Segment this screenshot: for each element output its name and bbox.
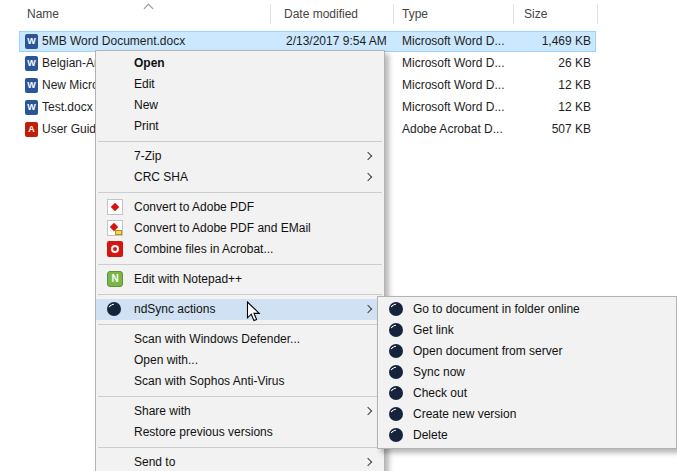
submenu-arrow-icon <box>364 407 372 415</box>
menu-item-label: Convert to Adobe PDF and EMail <box>134 221 311 235</box>
menu-item-label: Edit with Notepad++ <box>134 272 242 286</box>
menu-item-label: Combine files in Acrobat... <box>134 242 273 256</box>
menu-item-label: New <box>134 98 158 112</box>
word-document-icon <box>25 34 38 49</box>
column-divider[interactable] <box>270 4 271 24</box>
menu-item-label: Send to <box>134 455 175 469</box>
menu-item-label: Edit <box>134 77 155 91</box>
column-header-size[interactable]: Size <box>524 7 547 21</box>
menu-separator <box>96 290 384 299</box>
menu-item-send-to[interactable]: Send to <box>96 452 384 471</box>
submenu-item-sync-now[interactable]: Sync now <box>378 362 676 383</box>
file-size: 26 KB <box>520 53 591 74</box>
submenu-item-go-to-document-in-folder-online[interactable]: Go to document in folder online <box>378 299 676 320</box>
column-header-date-modified[interactable]: Date modified <box>284 7 358 21</box>
file-name: Test.docx <box>42 97 93 118</box>
submenu-item-delete[interactable]: Delete <box>378 425 676 446</box>
ndsync-icon <box>389 428 403 442</box>
column-header-type[interactable]: Type <box>402 7 428 21</box>
menu-item-label: Print <box>134 119 159 133</box>
submenu-item-check-out[interactable]: Check out <box>378 383 676 404</box>
submenu-item-label: Open document from server <box>413 344 562 358</box>
file-name: 5MB Word Document.docx <box>42 31 185 52</box>
column-divider[interactable] <box>597 4 598 24</box>
menu-item-label: CRC SHA <box>134 170 188 184</box>
file-row-5mb-word-document[interactable]: 5MB Word Document.docx 2/13/2017 9:54 AM… <box>0 31 677 52</box>
file-name: User Guide <box>42 119 103 140</box>
menu-item-convert-to-adobe-pdf-and-email[interactable]: Convert to Adobe PDF and EMail <box>96 218 384 239</box>
menu-item-open-with[interactable]: Open with... <box>96 350 384 371</box>
menu-separator <box>96 392 384 401</box>
menu-item-new[interactable]: New <box>96 95 384 116</box>
submenu-item-label: Delete <box>413 428 448 442</box>
menu-separator <box>96 443 384 452</box>
submenu-item-label: Create new version <box>413 407 516 421</box>
file-type: Microsoft Word D... <box>402 53 504 74</box>
file-type: Microsoft Word D... <box>402 31 504 52</box>
ndsync-icon <box>389 344 403 358</box>
menu-item-restore-previous-versions[interactable]: Restore previous versions <box>96 422 384 443</box>
file-type: Microsoft Word D... <box>402 75 504 96</box>
context-menu: Open Edit New Print 7-Zip CRC SHA Conver… <box>95 50 385 471</box>
file-type: Microsoft Word D... <box>402 97 504 118</box>
mouse-cursor <box>246 301 261 323</box>
menu-item-label: Open with... <box>134 353 198 367</box>
submenu-arrow-icon <box>364 305 372 313</box>
file-size: 1,469 KB <box>520 31 591 52</box>
ndsync-icon <box>389 386 403 400</box>
menu-item-combine-files-in-acrobat[interactable]: Combine files in Acrobat... <box>96 239 384 260</box>
menu-item-convert-to-adobe-pdf[interactable]: Convert to Adobe PDF <box>96 197 384 218</box>
word-document-icon <box>25 78 38 93</box>
menu-item-edit-with-notepad-plus-plus[interactable]: Edit with Notepad++ <box>96 269 384 290</box>
menu-item-label: Scan with Windows Defender... <box>134 332 300 346</box>
file-size: 12 KB <box>520 75 591 96</box>
column-divider[interactable] <box>513 4 514 24</box>
menu-item-label: Scan with Sophos Anti-Virus <box>134 374 285 388</box>
menu-separator <box>96 188 384 197</box>
menu-item-scan-with-sophos-anti-virus[interactable]: Scan with Sophos Anti-Virus <box>96 371 384 392</box>
submenu-item-label: Get link <box>413 323 454 337</box>
submenu-arrow-icon <box>364 173 372 181</box>
menu-item-label: Restore previous versions <box>134 425 273 439</box>
menu-item-share-with[interactable]: Share with <box>96 401 384 422</box>
submenu-item-get-link[interactable]: Get link <box>378 320 676 341</box>
menu-separator <box>96 260 384 269</box>
submenu-item-open-document-from-server[interactable]: Open document from server <box>378 341 676 362</box>
file-type: Adobe Acrobat D... <box>402 119 503 140</box>
menu-item-open[interactable]: Open <box>96 53 384 74</box>
menu-item-print[interactable]: Print <box>96 116 384 137</box>
acrobat-icon <box>107 241 123 257</box>
ndsync-icon <box>107 302 121 316</box>
file-size: 12 KB <box>520 97 591 118</box>
file-name: New Micro <box>42 75 99 96</box>
file-explorer-window: Name Date modified Type Size 5MB Word Do… <box>0 0 677 471</box>
menu-item-label: Share with <box>134 404 191 418</box>
menu-separator <box>96 320 384 329</box>
ndsync-icon <box>389 365 403 379</box>
ndsync-submenu: Go to document in folder online Get link… <box>377 296 677 449</box>
word-document-icon <box>25 56 38 71</box>
submenu-arrow-icon <box>364 458 372 466</box>
menu-item-ndsync-actions[interactable]: ndSync actions <box>96 299 384 320</box>
menu-item-label: ndSync actions <box>134 302 215 316</box>
menu-item-edit[interactable]: Edit <box>96 74 384 95</box>
ndsync-icon <box>389 407 403 421</box>
file-date: 2/13/2017 9:54 AM <box>286 31 387 52</box>
menu-item-7zip[interactable]: 7-Zip <box>96 146 384 167</box>
submenu-arrow-icon <box>364 152 372 160</box>
notepad-plus-plus-icon <box>107 271 123 287</box>
column-divider[interactable] <box>393 4 394 24</box>
column-header-name[interactable]: Name <box>27 7 59 21</box>
adobe-pdf-icon <box>107 199 123 215</box>
pdf-document-icon <box>25 122 38 137</box>
menu-item-label: Convert to Adobe PDF <box>134 200 254 214</box>
menu-item-crc-sha[interactable]: CRC SHA <box>96 167 384 188</box>
submenu-item-create-new-version[interactable]: Create new version <box>378 404 676 425</box>
file-size: 507 KB <box>520 119 591 140</box>
ndsync-icon <box>389 323 403 337</box>
menu-item-scan-with-windows-defender[interactable]: Scan with Windows Defender... <box>96 329 384 350</box>
menu-item-label: 7-Zip <box>134 149 161 163</box>
menu-item-label: Open <box>134 56 165 70</box>
menu-separator <box>96 137 384 146</box>
word-document-icon <box>25 100 38 115</box>
